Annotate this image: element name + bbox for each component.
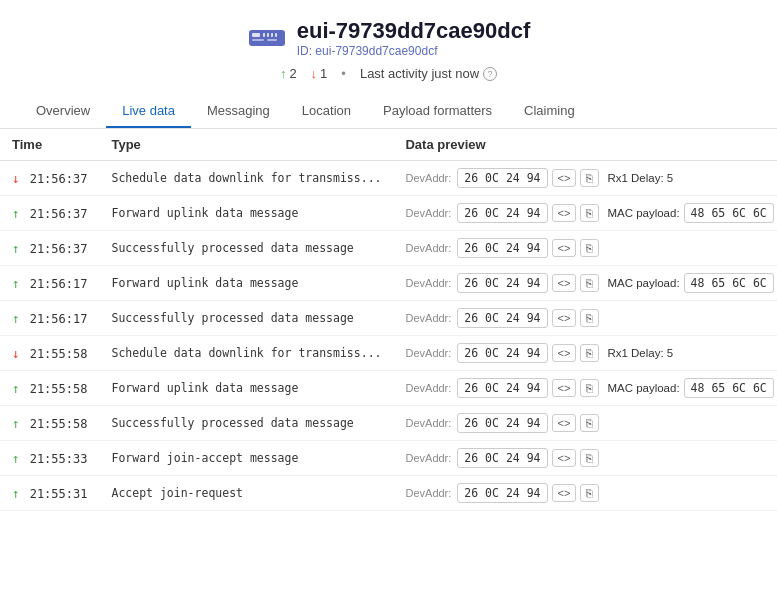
table-row: ↑ 21:55:58Forward uplink data messageDev…	[0, 371, 777, 406]
svg-rect-4	[271, 33, 273, 37]
tab-messaging[interactable]: Messaging	[191, 95, 286, 128]
type-cell: Schedule data downlink for transmiss...	[99, 336, 393, 371]
data-preview-cell: DevAddr:26 0C 24 94<>⎘Rx1 Delay: 5	[393, 336, 777, 371]
uplink-arrow-icon: ↑	[12, 416, 28, 431]
devaddr-label: DevAddr:	[405, 207, 451, 219]
code-view-button[interactable]: <>	[552, 449, 577, 467]
time-cell: ↑ 21:55:33	[0, 441, 99, 476]
time-cell: ↓ 21:55:58	[0, 336, 99, 371]
uplink-arrow-icon: ↑	[12, 486, 28, 501]
copy-button[interactable]: ⎘	[580, 484, 599, 502]
code-view-button[interactable]: <>	[552, 344, 577, 362]
code-view-button[interactable]: <>	[552, 239, 577, 257]
hex-value: 26 0C 24 94	[457, 378, 547, 398]
devaddr-label: DevAddr:	[405, 347, 451, 359]
copy-button[interactable]: ⎘	[580, 204, 599, 222]
data-preview-cell: DevAddr:26 0C 24 94<>⎘MAC payload:48 65 …	[393, 196, 777, 231]
svg-rect-3	[267, 33, 269, 37]
type-cell: Successfully processed data message	[99, 231, 393, 266]
type-cell: Forward uplink data message	[99, 371, 393, 406]
data-preview-cell: DevAddr:26 0C 24 94<>⎘	[393, 406, 777, 441]
code-view-button[interactable]: <>	[552, 309, 577, 327]
download-count-badge: ↓ 1	[311, 66, 328, 81]
extra-label: MAC payload:	[607, 207, 679, 219]
uplink-arrow-icon: ↑	[12, 451, 28, 466]
copy-button[interactable]: ⎘	[580, 169, 599, 187]
copy-button[interactable]: ⎘	[580, 309, 599, 327]
tab-live-data[interactable]: Live data	[106, 95, 191, 128]
time-cell: ↑ 21:55:58	[0, 371, 99, 406]
code-view-button[interactable]: <>	[552, 484, 577, 502]
data-preview-cell: DevAddr:26 0C 24 94<>⎘	[393, 231, 777, 266]
up-count: 2	[289, 66, 296, 81]
device-meta: ↑ 2 ↓ 1 • Last activity just now ?	[280, 66, 497, 81]
device-id: ID: eui-79739dd7cae90dcf	[297, 44, 531, 58]
extra-label: MAC payload:	[607, 382, 679, 394]
devaddr-label: DevAddr:	[405, 172, 451, 184]
copy-button[interactable]: ⎘	[580, 274, 599, 292]
table-body: ↓ 21:56:37Schedule data downlink for tra…	[0, 161, 777, 511]
copy-button[interactable]: ⎘	[580, 414, 599, 432]
svg-rect-7	[267, 39, 277, 41]
downlink-arrow-icon: ↓	[12, 346, 28, 361]
col-type: Type	[99, 129, 393, 161]
type-cell: Successfully processed data message	[99, 301, 393, 336]
data-preview-cell: DevAddr:26 0C 24 94<>⎘MAC payload:48 65 …	[393, 266, 777, 301]
uplink-arrow-icon: ↑	[12, 276, 28, 291]
extra-label: Rx1 Delay: 5	[607, 172, 673, 184]
time-cell: ↑ 21:56:17	[0, 301, 99, 336]
table-row: ↑ 21:55:31Accept join-requestDevAddr:26 …	[0, 476, 777, 511]
tab-location[interactable]: Location	[286, 95, 367, 128]
hex-value: 26 0C 24 94	[457, 238, 547, 258]
svg-rect-0	[249, 30, 285, 46]
time-cell: ↑ 21:56:37	[0, 196, 99, 231]
col-time: Time	[0, 129, 99, 161]
code-view-button[interactable]: <>	[552, 379, 577, 397]
copy-button[interactable]: ⎘	[580, 239, 599, 257]
device-icon	[247, 24, 287, 52]
data-preview-cell: DevAddr:26 0C 24 94<>⎘	[393, 441, 777, 476]
copy-button[interactable]: ⎘	[580, 449, 599, 467]
table-row: ↑ 21:56:17Successfully processed data me…	[0, 301, 777, 336]
type-cell: Successfully processed data message	[99, 406, 393, 441]
tab-overview[interactable]: Overview	[20, 95, 106, 128]
devaddr-label: DevAddr:	[405, 277, 451, 289]
last-activity: Last activity just now ?	[360, 66, 497, 81]
table-row: ↑ 21:56:37Successfully processed data me…	[0, 231, 777, 266]
time-cell: ↑ 21:55:58	[0, 406, 99, 441]
data-preview-cell: DevAddr:26 0C 24 94<>⎘MAC payload:48 65 …	[393, 371, 777, 406]
copy-button[interactable]: ⎘	[580, 344, 599, 362]
svg-rect-6	[252, 39, 264, 41]
code-view-button[interactable]: <>	[552, 169, 577, 187]
time-cell: ↑ 21:56:37	[0, 231, 99, 266]
hex-value: 26 0C 24 94	[457, 203, 547, 223]
type-cell: Accept join-request	[99, 476, 393, 511]
time-cell: ↑ 21:56:17	[0, 266, 99, 301]
data-preview-cell: DevAddr:26 0C 24 94<>⎘	[393, 476, 777, 511]
extra-hex-value: 48 65 6C 6C	[684, 378, 774, 398]
code-view-button[interactable]: <>	[552, 204, 577, 222]
extra-hex-value: 48 65 6C 6C	[684, 203, 774, 223]
time-cell: ↑ 21:55:31	[0, 476, 99, 511]
time-cell: ↓ 21:56:37	[0, 161, 99, 196]
hex-value: 26 0C 24 94	[457, 413, 547, 433]
devaddr-label: DevAddr:	[405, 242, 451, 254]
hex-value: 26 0C 24 94	[457, 483, 547, 503]
upload-count-badge: ↑ 2	[280, 66, 297, 81]
info-icon[interactable]: ?	[483, 67, 497, 81]
device-name: eui-79739dd7cae90dcf	[297, 18, 531, 44]
page-header: eui-79739dd7cae90dcf ID: eui-79739dd7cae…	[0, 0, 777, 129]
code-view-button[interactable]: <>	[552, 414, 577, 432]
code-view-button[interactable]: <>	[552, 274, 577, 292]
hex-value: 26 0C 24 94	[457, 273, 547, 293]
table-row: ↑ 21:56:37Forward uplink data messageDev…	[0, 196, 777, 231]
tab-payload-formatters[interactable]: Payload formatters	[367, 95, 508, 128]
tab-claiming[interactable]: Claiming	[508, 95, 591, 128]
table-row: ↑ 21:55:33Forward join-accept messageDev…	[0, 441, 777, 476]
up-arrow-icon: ↑	[280, 66, 287, 81]
table-header: Time Type Data preview	[0, 129, 777, 161]
copy-button[interactable]: ⎘	[580, 379, 599, 397]
extra-label: MAC payload:	[607, 277, 679, 289]
nav-tabs: Overview Live data Messaging Location Pa…	[0, 95, 777, 129]
devaddr-label: DevAddr:	[405, 312, 451, 324]
